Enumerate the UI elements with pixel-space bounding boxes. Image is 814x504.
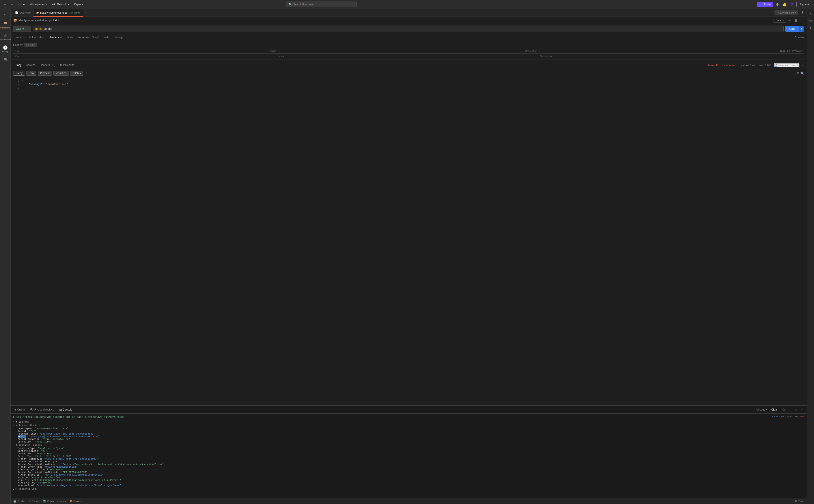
sidebar-item-collections[interactable]: ☰ Collections bbox=[0, 20, 10, 31]
cookies-link[interactable]: Cookies bbox=[795, 36, 804, 39]
settings-icon[interactable]: ⚙ bbox=[775, 2, 780, 7]
expand-icon[interactable]: ⤢ bbox=[793, 407, 798, 412]
cookies-status-button[interactable]: 🍪 Cookies bbox=[69, 500, 82, 502]
pretty-button[interactable]: Pretty bbox=[13, 71, 25, 76]
tab-add-button[interactable]: + bbox=[83, 11, 89, 15]
person-icon: 👤 bbox=[760, 3, 763, 6]
console-label: Console bbox=[63, 408, 72, 411]
all-logs-button[interactable]: All Logs ▾ bbox=[756, 408, 767, 411]
save-example-button[interactable]: 💾 Save as Example bbox=[774, 63, 799, 67]
request-headers-list: User-Agent: "PostmanRuntime/7.33.0" Acce… bbox=[13, 427, 804, 443]
resp-more-button[interactable]: ··· bbox=[802, 64, 804, 67]
raw-button[interactable]: Raw bbox=[26, 71, 36, 76]
invite-button[interactable]: 👤 Invite bbox=[757, 2, 773, 7]
tab-pre-request-script[interactable]: Pre-request Script bbox=[75, 34, 101, 41]
visualize-button[interactable]: Visualize bbox=[53, 71, 69, 76]
capture-requests-button[interactable]: 📷 Capture requests bbox=[43, 500, 66, 502]
trash-button[interactable]: 🗑 Trash bbox=[795, 500, 804, 502]
environment-selector[interactable]: No Environment ▾ bbox=[775, 10, 798, 15]
sidebar-item-environments[interactable]: ⊕ Environments bbox=[0, 32, 10, 43]
line-content: "message": "Unauthorized" bbox=[22, 83, 68, 86]
value-input[interactable] bbox=[278, 55, 540, 58]
tab-body[interactable]: Body bbox=[65, 34, 75, 41]
sync-icon[interactable]: ⟳ bbox=[790, 1, 795, 8]
runner-button[interactable]: ▷ Runner bbox=[29, 500, 40, 502]
breadcrumb-actions: Save ▾ ✏ 🗑 ⋯ bbox=[773, 18, 804, 23]
bell-icon[interactable]: 🔔 bbox=[782, 2, 788, 7]
copy-icon[interactable]: ⧉ bbox=[782, 407, 786, 412]
bulk-edit-button[interactable]: Bulk Edit bbox=[780, 50, 790, 52]
resp-tab-headers[interactable]: Headers (15) bbox=[38, 61, 58, 69]
tab-more-button[interactable]: ··· bbox=[89, 11, 95, 15]
response-time: Time: 497 ms bbox=[739, 64, 755, 67]
preview-button[interactable]: Preview bbox=[38, 71, 52, 76]
right-close-icon[interactable]: ✕ bbox=[808, 11, 814, 17]
resp-tab-test-results[interactable]: Test Results bbox=[58, 61, 76, 69]
back-button[interactable]: ← bbox=[3, 2, 7, 7]
sidebar-item-home[interactable]: ⌂ bbox=[0, 11, 10, 19]
line-number: 2 bbox=[13, 83, 19, 86]
log-network-section[interactable]: ▼ Network bbox=[13, 421, 804, 423]
log-response-headers-section[interactable]: ▼ Response Headers bbox=[13, 444, 804, 446]
resp-tab-cookies[interactable]: Cookies bbox=[24, 61, 37, 69]
send-dropdown[interactable]: ▾ bbox=[799, 26, 804, 32]
search-bar[interactable]: 🔍 Search Postman bbox=[286, 2, 357, 7]
log-allow-origin: Access-Control-Allow-Origin: "*" bbox=[18, 460, 804, 463]
tab-tests[interactable]: Tests bbox=[101, 34, 112, 41]
sidebar-item-history[interactable]: 🕐 History bbox=[0, 43, 10, 54]
forward-button[interactable]: → bbox=[9, 2, 14, 7]
headers-section: Headers 6 hidden Key Value Description B… bbox=[11, 41, 807, 61]
tab-label: Overview bbox=[20, 11, 31, 14]
right-code-icon[interactable]: </> bbox=[808, 18, 814, 24]
log-response-body-section[interactable]: ▶ Response Body bbox=[13, 487, 804, 490]
log-request-headers-section[interactable]: ▼ Request Headers bbox=[13, 424, 804, 427]
tab-headers[interactable]: Headers (6) bbox=[47, 34, 65, 41]
online-indicator[interactable]: Online bbox=[13, 407, 26, 412]
more-icon[interactable]: ··· bbox=[787, 407, 792, 412]
headers-hidden-badge[interactable]: 6 hidden bbox=[24, 43, 37, 47]
copy-icon[interactable]: ⧉ bbox=[797, 71, 799, 75]
send-button[interactable]: Send bbox=[785, 26, 799, 32]
tab-active[interactable]: 📁 udacity-serverless-todo GET todos bbox=[34, 9, 83, 17]
tab-authorization[interactable]: Authorization bbox=[27, 34, 47, 41]
log-val: "keep-alive" bbox=[35, 441, 52, 443]
presets-button[interactable]: Presets ▾ bbox=[792, 50, 803, 52]
console-button[interactable]: ▤ Console bbox=[58, 407, 74, 412]
save-button[interactable]: Save ▾ bbox=[773, 18, 786, 23]
main-content: 📄 Overview 📁 udacity-serverless-todo GET… bbox=[11, 9, 807, 504]
log-error-type: x-amzn-ErrorType: "UnauthorizedException… bbox=[18, 466, 804, 468]
show-raw-log-button[interactable]: Show raw log bbox=[772, 415, 789, 418]
log-trace-id: X-Amzn-Trace-Id: "Root=1-653dd943-0ac081… bbox=[18, 474, 804, 476]
postbot-button[interactable]: 🤖 Postbot bbox=[13, 500, 26, 503]
filter-icon[interactable]: ≡ bbox=[85, 71, 88, 76]
sidebar-item-modules[interactable]: ⊞ bbox=[0, 55, 10, 64]
tab-settings[interactable]: Settings bbox=[112, 34, 125, 41]
clear-button[interactable]: Clear bbox=[769, 407, 780, 412]
url-input[interactable]: {{host}}/todos bbox=[33, 26, 784, 32]
tab-workspace-label: udacity-serverless-todo bbox=[40, 11, 67, 14]
explore-nav[interactable]: Explore bbox=[73, 2, 85, 7]
find-replace-button[interactable]: 🔍 Find and replace bbox=[29, 407, 55, 412]
eye-icon[interactable]: 👁 bbox=[800, 10, 805, 16]
log-val: "application/json" bbox=[38, 447, 64, 450]
api-network-nav[interactable]: API Network ▾ bbox=[50, 2, 71, 7]
more-icon[interactable]: ⋯ bbox=[799, 18, 804, 23]
description-input[interactable] bbox=[540, 55, 803, 58]
url-host-part: {{host}} bbox=[35, 27, 44, 30]
right-info-icon[interactable]: ℹ bbox=[808, 25, 814, 31]
search-icon[interactable]: 🔍 bbox=[801, 71, 804, 75]
home-nav[interactable]: Home bbox=[16, 2, 26, 7]
resp-tab-body[interactable]: Body bbox=[13, 61, 24, 69]
console-log: ▶ GET https://q59dcyvvgj.execute-api.us-… bbox=[11, 414, 807, 498]
format-selector[interactable]: JSON ▾ bbox=[70, 71, 83, 76]
upgrade-button[interactable]: Upgrade bbox=[796, 2, 811, 7]
tab-overview[interactable]: 📄 Overview bbox=[12, 9, 34, 17]
tab-params[interactable]: Params bbox=[13, 34, 27, 41]
edit-icon[interactable]: ✏ bbox=[788, 18, 792, 23]
code-view: 1 { 2 "message": "Unauthorized" 3 } bbox=[11, 77, 807, 405]
workspaces-nav[interactable]: Workspaces ▾ bbox=[28, 2, 49, 7]
close-button[interactable]: ✕ bbox=[800, 407, 804, 413]
key-input[interactable] bbox=[15, 55, 278, 58]
delete-icon[interactable]: 🗑 bbox=[793, 18, 798, 23]
method-selector[interactable]: GET ▾ bbox=[13, 26, 31, 32]
